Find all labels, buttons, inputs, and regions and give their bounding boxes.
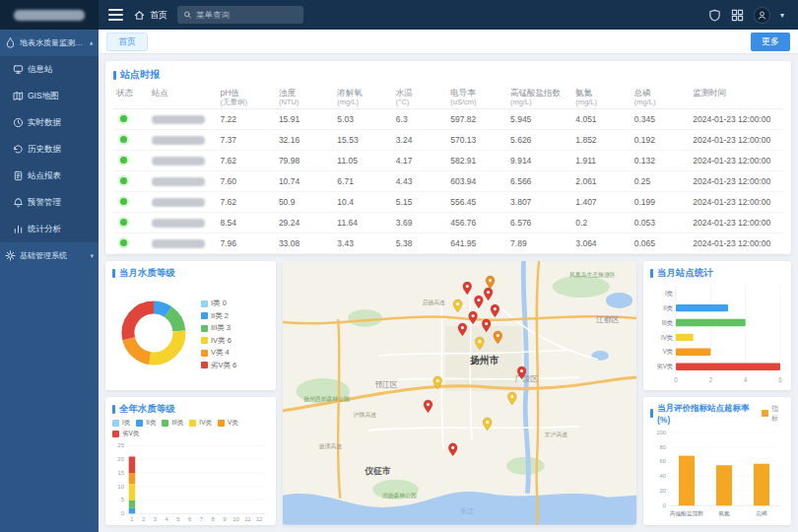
legend-item[interactable]: III类 bbox=[162, 419, 183, 428]
svg-text:10: 10 bbox=[233, 515, 239, 521]
legend-item[interactable]: I类 0 bbox=[201, 299, 236, 308]
breadcrumb-home-label: 首页 bbox=[150, 9, 167, 22]
sidebar-item-alarm[interactable]: 预警管理 bbox=[0, 189, 99, 216]
table-row[interactable]: 7.9633.083.435.38641.957.893.0640.065202… bbox=[113, 233, 783, 254]
sidebar-item-history[interactable]: 历史数据 bbox=[0, 136, 99, 163]
sidebar-item-label: 站点报表 bbox=[28, 170, 61, 182]
legend-item[interactable]: III类 3 bbox=[201, 323, 236, 333]
svg-text:5: 5 bbox=[176, 515, 179, 521]
more-button[interactable]: 更多 bbox=[751, 33, 790, 51]
status-dot bbox=[120, 157, 127, 164]
sidebar-item-report[interactable]: 站点报表 bbox=[0, 163, 99, 189]
svg-text:100: 100 bbox=[656, 429, 666, 434]
svg-text:60: 60 bbox=[660, 458, 666, 464]
table-row[interactable]: 7.6250.910.45.15556.453.8071.4070.199202… bbox=[113, 192, 783, 213]
table-cell: 7.60 bbox=[217, 171, 275, 192]
panel-exceed-rate: 当月评价指标站点超标率(%) 指标 020406080100高锰酸盐指数氨氮总磷 bbox=[643, 397, 791, 525]
table-cell: 6.566 bbox=[507, 171, 572, 192]
menu-search[interactable] bbox=[177, 6, 303, 24]
legend-item[interactable]: IV类 6 bbox=[201, 336, 236, 346]
table-cell: 641.95 bbox=[447, 233, 507, 254]
sidebar-item-realtime[interactable]: 实时数据 bbox=[0, 109, 99, 136]
table-row[interactable]: 8.5429.2411.643.69456.766.5760.20.053202… bbox=[113, 213, 783, 233]
legend-item[interactable]: IV类 bbox=[189, 419, 212, 428]
sidebar-section-label: 地表水质量监测系统 bbox=[20, 37, 86, 48]
tab-home[interactable]: 首页 bbox=[106, 33, 148, 51]
main-area: 首页 更多 站点时报 状态站点pH值(无量纲)浊度(NTU)溶解氧(mg/L)水… bbox=[99, 30, 798, 532]
table-cell: 6.71 bbox=[334, 171, 392, 192]
legend-item[interactable]: V类 bbox=[218, 419, 238, 428]
user-icon bbox=[757, 10, 767, 21]
table-cell: 456.76 bbox=[447, 213, 507, 233]
panel-title-annual-quality: 全年水质等级 bbox=[119, 403, 175, 416]
svg-text:3: 3 bbox=[154, 515, 157, 521]
table-row[interactable]: 7.3732.1615.533.24570.135.6261.8520.1922… bbox=[113, 130, 783, 151]
avatar[interactable] bbox=[754, 7, 770, 24]
map-label: 扬州市 bbox=[469, 355, 499, 366]
column-header: 总磷(mg/L) bbox=[632, 86, 690, 109]
table-cell: 1.407 bbox=[572, 192, 631, 213]
svg-text:40: 40 bbox=[660, 473, 666, 479]
table-cell: 11.05 bbox=[334, 151, 392, 171]
station-map[interactable]: 扬州市邗江区江都区广陵区仪征市扬州西郊森林公园凤凰岛生态旅游区润扬森林公园沪陕高… bbox=[283, 261, 636, 525]
sidebar: 地表水质量监测系统▾信息站GIS地图实时数据历史数据站点报表预警管理统计分析基础… bbox=[0, 30, 99, 532]
sidebar-item-stats[interactable]: 统计分析 bbox=[0, 216, 99, 242]
map-label: 仪征市 bbox=[364, 466, 390, 476]
caret-down-icon[interactable]: ▾ bbox=[780, 11, 784, 20]
app-logo-redacted bbox=[14, 10, 85, 21]
table-cell: 0.065 bbox=[632, 233, 690, 254]
map-canvas[interactable]: 扬州市邗江区江都区广陵区仪征市扬州西郊森林公园凤凰岛生态旅游区润扬森林公园沪陕高… bbox=[283, 261, 636, 525]
svg-text:IV类: IV类 bbox=[661, 334, 674, 341]
svg-text:6: 6 bbox=[778, 376, 782, 383]
legend-item[interactable]: V类 4 bbox=[201, 348, 236, 358]
table-row[interactable]: 7.6010.746.714.43603.946.5662.0610.25202… bbox=[113, 171, 783, 192]
title-accent bbox=[113, 71, 116, 80]
table-cell: 29.24 bbox=[276, 213, 334, 233]
legend-item[interactable]: 劣V类 6 bbox=[201, 361, 236, 370]
vbar-legend[interactable]: 指标 bbox=[762, 404, 784, 424]
map-label: 扬溧高速 bbox=[319, 442, 342, 450]
column-header: 电导率(uS/cm) bbox=[447, 86, 507, 109]
svg-text:劣V类: 劣V类 bbox=[656, 363, 673, 370]
svg-text:1: 1 bbox=[130, 515, 133, 521]
report-icon bbox=[13, 170, 24, 181]
panel-title-monthly-station-stats: 当月站点统计 bbox=[657, 267, 713, 280]
breadcrumb[interactable]: 首页 bbox=[133, 9, 167, 22]
sidebar-section-1[interactable]: 基础管理系统▾ bbox=[0, 242, 99, 269]
sidebar-item-label: 实时数据 bbox=[28, 117, 61, 129]
table-row[interactable]: 7.6279.9811.054.17582.919.9141.9110.1322… bbox=[113, 151, 783, 171]
hamburger-menu-icon[interactable] bbox=[108, 9, 123, 21]
legend-item[interactable]: 劣V类 bbox=[112, 430, 139, 438]
svg-text:2: 2 bbox=[142, 515, 145, 521]
sidebar-section-0[interactable]: 地表水质量监测系统▾ bbox=[0, 30, 99, 56]
legend-item[interactable]: I类 bbox=[112, 419, 130, 428]
alarm-icon bbox=[13, 197, 24, 208]
sidebar-item-map[interactable]: GIS地图 bbox=[0, 83, 99, 109]
shield-icon[interactable] bbox=[708, 9, 721, 22]
table-cell: 10.4 bbox=[334, 192, 392, 213]
legend-item[interactable]: II类 2 bbox=[201, 311, 236, 321]
svg-text:4: 4 bbox=[744, 376, 748, 383]
panel-title-station-report: 站点时报 bbox=[120, 68, 160, 82]
table-cell: 1.911 bbox=[572, 151, 631, 171]
table-cell: 7.89 bbox=[507, 233, 572, 254]
svg-text:8: 8 bbox=[211, 515, 214, 521]
svg-text:20: 20 bbox=[660, 488, 666, 494]
search-input[interactable] bbox=[196, 10, 298, 20]
sidebar-item-monitor[interactable]: 信息站 bbox=[0, 56, 99, 83]
table-cell: 0.345 bbox=[632, 109, 690, 130]
tab-bar: 首页 更多 bbox=[99, 30, 798, 54]
table-cell: 7.22 bbox=[217, 109, 275, 130]
table-cell: 3.43 bbox=[334, 233, 392, 254]
table-row[interactable]: 7.2215.915.036.3597.825.9454.0510.345202… bbox=[113, 109, 783, 130]
grid-icon[interactable] bbox=[731, 9, 744, 22]
map-label: 长江 bbox=[460, 507, 474, 515]
panel-title-exceed-rate: 当月评价指标站点超标率(%) bbox=[657, 403, 758, 425]
svg-text:II类: II类 bbox=[663, 304, 673, 311]
column-header: 站点 bbox=[149, 86, 218, 109]
table-cell: 5.38 bbox=[393, 233, 447, 254]
map-label: 广陵区 bbox=[515, 374, 538, 383]
title-accent bbox=[650, 269, 653, 278]
table-cell: 570.13 bbox=[447, 130, 507, 151]
legend-item[interactable]: II类 bbox=[136, 419, 156, 428]
